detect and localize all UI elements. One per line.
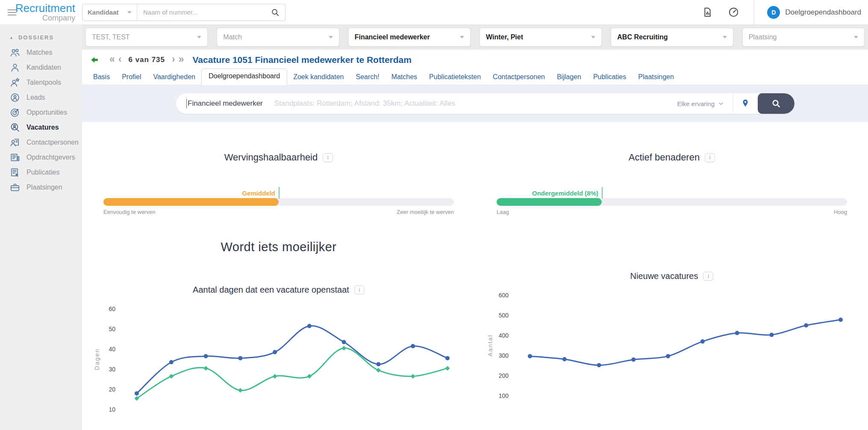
tab-contactpersonen[interactable]: Contactpersonen (487, 70, 551, 85)
sidebar-item-label: Opdrachtgevers (26, 154, 75, 161)
text-cursor (186, 99, 187, 108)
sidebar-items: MatchesKandidatenTalentpoolsLeadsOpportu… (0, 45, 82, 195)
app-logo[interactable]: Recruitment Company (25, 3, 75, 22)
filter-dropdown-financieel-medewerker[interactable]: Financieel medewerker (348, 28, 471, 47)
tab-bijlagen[interactable]: Bijlagen (551, 70, 587, 85)
y-tick-label: 100 (499, 392, 509, 399)
sidebar-item-plaatsingen[interactable]: Plaatsingen (0, 180, 82, 195)
top-bar: Recruitment Company Kandidaat D Doelgroe… (0, 0, 868, 25)
tab-profiel[interactable]: Profiel (116, 70, 147, 85)
filter-dropdown-winter-piet[interactable]: Winter, Piet (480, 28, 602, 47)
dashboard: Wervingshaalbaarheid i Gemiddeld (82, 122, 868, 430)
location-pin-icon[interactable] (733, 99, 758, 108)
first-record-icon[interactable]: « (109, 54, 115, 64)
tab-matches[interactable]: Matches (385, 70, 423, 85)
sidebar-item-label: Talentpools (26, 79, 61, 86)
data-point (307, 324, 312, 328)
tab-doelgroependashboard[interactable]: Doelgroependashboard (201, 68, 287, 85)
avatar[interactable]: D (767, 6, 780, 19)
sidebar-section-dossiers[interactable]: ▲ DOSSIERS (0, 31, 82, 45)
gauge-fill (497, 198, 602, 206)
sidebar-item-kandidaten[interactable]: Kandidaten (0, 60, 82, 75)
vacancy-search-strip: Financieel medewerker Standplaats: Rotte… (82, 85, 868, 122)
verdict-heading: Wordt iets moeilijker (82, 240, 475, 254)
data-point (341, 346, 346, 350)
vacancy-search-button[interactable] (758, 93, 794, 114)
filter-value: TEST, TEST (92, 33, 197, 41)
info-icon[interactable]: i (705, 153, 715, 162)
gauge-actief-benaderen: Ondergemiddeld (8%) Laag Hoog (497, 187, 847, 215)
gauge-fill (103, 198, 279, 206)
data-point (562, 357, 567, 361)
logo-line1: Recruitment (15, 3, 75, 14)
user-dashboard-label[interactable]: Doelgroependashboard (785, 8, 861, 17)
gauge-right-label: Zeer moeilijk te werven (397, 209, 454, 215)
search-category-dropdown[interactable]: Kandidaat (82, 4, 137, 21)
caret-down-icon (723, 36, 727, 39)
sidebar-item-leads[interactable]: Leads (0, 90, 82, 105)
next-record-icon[interactable]: › (172, 54, 175, 64)
filter-dropdown-abc-recruiting[interactable]: ABC Recruiting (611, 28, 733, 47)
gauge-tick (279, 187, 280, 199)
data-point (411, 344, 415, 348)
sidebar-item-talentpools[interactable]: Talentpools (0, 75, 82, 90)
sidebar-item-vacatures[interactable]: Vacatures (0, 120, 82, 135)
chevron-down-icon (718, 101, 724, 107)
report-icon[interactable] (702, 6, 713, 18)
gauge-track (497, 198, 847, 206)
data-point (342, 340, 346, 344)
topbar-divider (754, 0, 754, 25)
tab-plaatsingen[interactable]: Plaatsingen (632, 70, 680, 85)
tab-search[interactable]: Search! (350, 70, 385, 85)
dashboard-gauge-icon[interactable] (728, 6, 739, 18)
vacancy-search-placeholder[interactable]: Standplaats: Rotterdam; Afstand: 35km; A… (274, 99, 677, 108)
record-nav: « ‹ 6 van 735 › » Vacature 1051 Financie… (82, 50, 868, 68)
sidebar-item-matches[interactable]: Matches (0, 45, 82, 60)
record-title[interactable]: Vacature 1051 Financieel medewerker te R… (193, 55, 412, 65)
sidebar-item-opportunities[interactable]: Opportunities (0, 105, 82, 120)
data-point (411, 374, 415, 379)
global-search-input[interactable] (137, 4, 265, 21)
search-category-value: Kandidaat (88, 9, 119, 16)
data-point (135, 391, 139, 395)
sidebar-item-publicaties[interactable]: Publicaties (0, 165, 82, 180)
tab-publicaties[interactable]: Publicaties (587, 70, 632, 85)
sidebar-item-label: Leads (26, 94, 45, 101)
info-icon[interactable]: i (323, 153, 333, 162)
filter-dropdown-test-test[interactable]: TEST, TEST (85, 28, 208, 47)
search-icon[interactable] (265, 8, 285, 17)
caret-down-icon (127, 11, 132, 14)
previous-record-icon[interactable]: ‹ (118, 54, 122, 64)
data-point (169, 374, 174, 379)
data-point (307, 374, 312, 379)
collapse-triangle-icon: ▲ (9, 36, 14, 40)
sidebar-item-label: Vacatures (26, 124, 59, 131)
sidebar-item-label: Kandidaten (26, 64, 61, 71)
sidebar-item-contactpersonen[interactable]: Contactpersonen (0, 135, 82, 150)
filter-dropdown-match[interactable]: Match (217, 28, 339, 47)
vacancy-search-query[interactable]: Financieel medewerker (188, 99, 263, 108)
info-icon[interactable]: i (354, 285, 365, 294)
data-point (735, 331, 739, 335)
gauge-left-label: Eenvoudig te werven (103, 209, 155, 215)
tab-publicatieteksten[interactable]: Publicatieteksten (423, 70, 487, 85)
data-point (631, 357, 636, 362)
last-record-icon[interactable]: » (179, 54, 184, 64)
chart-title-dagen: Aantal dagen dat een vacature openstaat (193, 285, 349, 295)
chart-nieuwe-vacatures: Aantal600500400300200100 (475, 285, 868, 430)
sidebar: ▲ DOSSIERS MatchesKandidatenTalentpoolsL… (0, 25, 82, 430)
gauge-title-actief-benaderen: Actief benaderen (629, 152, 700, 163)
sidebar-item-opdrachtgevers[interactable]: Opdrachtgevers (0, 150, 82, 165)
tab-basis[interactable]: Basis (87, 70, 116, 85)
y-tick-label: 20 (109, 386, 115, 393)
data-point (203, 366, 208, 371)
tab-vaardigheden[interactable]: Vaardigheden (147, 70, 201, 85)
back-arrow-icon[interactable] (90, 55, 99, 65)
gauge-title-wervingshaalbaarheid: Wervingshaalbaarheid (224, 152, 318, 163)
filter-dropdown-plaatsing[interactable]: Plaatsing (742, 28, 865, 47)
experience-filter-dropdown[interactable]: Elke ervaring (677, 100, 724, 107)
tab-zoek-kandidaten[interactable]: Zoek kandidaten (287, 70, 350, 85)
info-icon[interactable]: i (703, 272, 713, 281)
data-point (273, 374, 277, 379)
matches-icon (9, 47, 21, 58)
